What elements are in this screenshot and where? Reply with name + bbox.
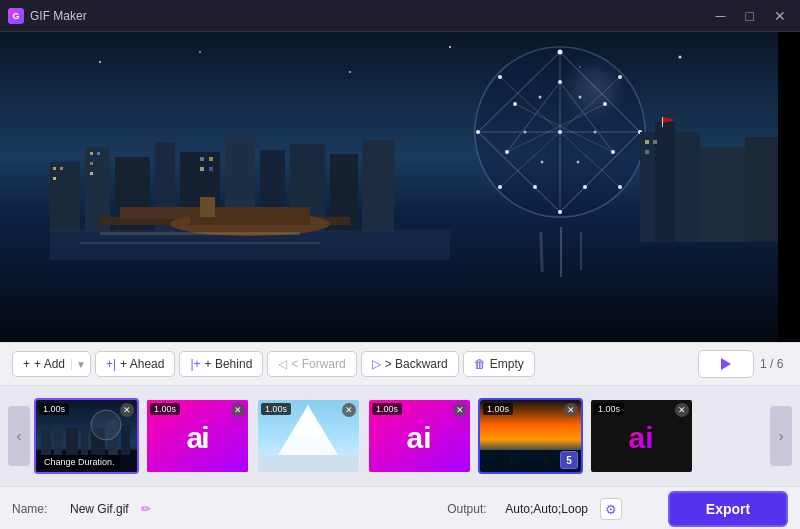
edit-icon[interactable]: ✏ xyxy=(141,502,151,516)
svg-point-3 xyxy=(349,71,351,73)
add-label: + Add xyxy=(34,357,65,371)
timeline-items: 1.00s ✕ Change Duration. ai 1.00s xyxy=(34,398,766,474)
svg-rect-90 xyxy=(66,428,78,455)
svg-rect-19 xyxy=(60,167,63,170)
svg-rect-91 xyxy=(81,422,88,455)
add-button[interactable]: + + Add ▼ xyxy=(12,351,91,377)
timeline-prev-button[interactable]: ‹ xyxy=(8,406,30,466)
ahead-icon: +| xyxy=(106,357,116,371)
item-duration: 1.00s xyxy=(261,403,291,415)
output-value: Auto;Auto;Loop xyxy=(505,502,588,516)
svg-rect-107 xyxy=(510,455,513,470)
title-bar: G GIF Maker ─ □ ✕ xyxy=(0,0,800,32)
side-panel-right xyxy=(778,32,800,342)
svg-rect-18 xyxy=(53,167,56,170)
export-button[interactable]: Export xyxy=(668,491,788,527)
svg-text:ai: ai xyxy=(628,421,653,454)
backward-button[interactable]: ▷ > Backward xyxy=(361,351,459,377)
maximize-button[interactable]: □ xyxy=(740,6,760,26)
behind-icon: |+ xyxy=(190,357,200,371)
empty-label: Empty xyxy=(490,357,524,371)
svg-rect-22 xyxy=(97,152,100,155)
svg-rect-89 xyxy=(54,425,62,455)
item-close-button[interactable]: ✕ xyxy=(564,403,578,417)
backward-label: > Backward xyxy=(385,357,448,371)
empty-button[interactable]: 🗑 Empty xyxy=(463,351,535,377)
preview-image xyxy=(0,32,800,342)
item-close-button[interactable]: ✕ xyxy=(675,403,689,417)
timeline-next-button[interactable]: › xyxy=(770,406,792,466)
timeline-item[interactable]: 1.00s ✕ 5 xyxy=(478,398,583,474)
svg-rect-26 xyxy=(209,157,213,161)
svg-rect-24 xyxy=(90,172,93,175)
item-close-button[interactable]: ✕ xyxy=(453,403,467,417)
item-close-button[interactable]: ✕ xyxy=(231,403,245,417)
svg-rect-72 xyxy=(653,140,657,144)
bottom-bar: Name: New Gif.gif ✏ Output: Auto;Auto;Lo… xyxy=(0,486,800,529)
svg-rect-23 xyxy=(90,162,93,165)
ahead-label: + Ahead xyxy=(120,357,164,371)
name-label: Name: xyxy=(12,502,62,516)
svg-rect-94 xyxy=(121,425,130,455)
svg-rect-21 xyxy=(90,152,93,155)
svg-rect-88 xyxy=(41,430,51,455)
trash-icon: 🗑 xyxy=(474,357,486,371)
timeline-item[interactable]: ai 1.00s ✕ xyxy=(367,398,472,474)
play-controls: 1 / 6 xyxy=(698,350,788,378)
svg-text:ai: ai xyxy=(406,421,431,454)
name-row: Name: New Gif.gif ✏ Output: Auto;Auto;Lo… xyxy=(12,491,788,527)
app-title: GIF Maker xyxy=(30,9,87,23)
gear-button[interactable]: ⚙ xyxy=(600,498,622,520)
item-duration: 1.00s xyxy=(39,403,69,415)
svg-rect-71 xyxy=(645,140,649,144)
timeline: ‹ xyxy=(0,386,800,486)
svg-point-1 xyxy=(99,61,101,63)
item-number-badge: 5 xyxy=(560,451,578,469)
title-bar-left: G GIF Maker xyxy=(8,8,87,24)
item-duration: 1.00s xyxy=(483,403,513,415)
svg-point-6 xyxy=(679,56,682,59)
svg-rect-28 xyxy=(209,167,213,171)
svg-rect-82 xyxy=(560,227,562,277)
timeline-item[interactable]: 1.00s ✕ xyxy=(256,398,361,474)
timeline-item[interactable]: ai 1.00s ✕ xyxy=(145,398,250,474)
preview-area xyxy=(0,32,800,342)
app-icon: G xyxy=(8,8,24,24)
svg-rect-68 xyxy=(655,122,675,242)
export-label: Export xyxy=(706,501,750,517)
add-dropdown-icon: ▼ xyxy=(71,359,86,370)
add-icon: + xyxy=(23,357,30,371)
behind-label: + Behind xyxy=(205,357,253,371)
item-close-button[interactable]: ✕ xyxy=(342,403,356,417)
svg-rect-73 xyxy=(645,150,649,154)
svg-rect-102 xyxy=(258,455,359,472)
item-close-button[interactable]: ✕ xyxy=(120,403,134,417)
svg-rect-80 xyxy=(200,197,215,217)
backward-icon: ▷ xyxy=(372,357,381,371)
svg-rect-74 xyxy=(662,117,663,127)
forward-label: < Forward xyxy=(291,357,345,371)
toolbar: + + Add ▼ +| + Ahead |+ + Behind ◁ < For… xyxy=(0,342,800,386)
item-label: Change Duration. xyxy=(39,455,120,469)
minimize-button[interactable]: ─ xyxy=(710,6,732,26)
play-button[interactable] xyxy=(698,350,754,378)
svg-rect-69 xyxy=(700,147,750,242)
svg-rect-85 xyxy=(80,242,320,244)
svg-rect-84 xyxy=(100,232,300,235)
window-controls: ─ □ ✕ xyxy=(710,6,792,26)
svg-rect-108 xyxy=(545,455,548,470)
behind-button[interactable]: |+ + Behind xyxy=(179,351,263,377)
svg-point-66 xyxy=(475,47,645,217)
svg-rect-83 xyxy=(580,232,582,270)
svg-point-4 xyxy=(449,46,451,48)
timeline-item[interactable]: ai 1.00s ✕ xyxy=(589,398,694,474)
close-button[interactable]: ✕ xyxy=(768,6,792,26)
name-value: New Gif.gif xyxy=(70,502,129,516)
svg-point-96 xyxy=(91,410,121,440)
ahead-button[interactable]: +| + Ahead xyxy=(95,351,176,377)
item-duration: 1.00s xyxy=(594,403,624,415)
forward-button[interactable]: ◁ < Forward xyxy=(267,351,356,377)
forward-icon: ◁ xyxy=(278,357,287,371)
timeline-item[interactable]: 1.00s ✕ Change Duration. xyxy=(34,398,139,474)
item-duration: 1.00s xyxy=(150,403,180,415)
